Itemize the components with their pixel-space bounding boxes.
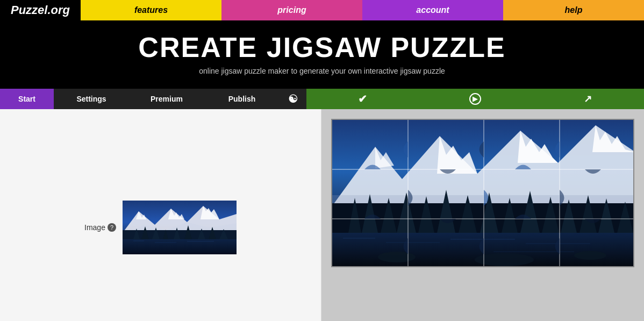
hero-title: CREATE JIGSAW PUZZLE <box>0 31 644 63</box>
tab-share[interactable]: ↗ <box>532 89 644 109</box>
hero-section: CREATE JIGSAW PUZZLE online jigsaw puzzl… <box>0 20 644 89</box>
tab-play-circle[interactable]: ▶ <box>419 89 531 109</box>
tab-start[interactable]: Start <box>0 89 54 109</box>
main-nav: features pricing account help <box>81 0 644 20</box>
image-thumbnail[interactable] <box>123 201 237 254</box>
puzzle-svg <box>332 120 634 267</box>
yin-yang-icon[interactable]: ☯ <box>280 89 306 109</box>
image-help-icon[interactable]: ? <box>108 223 116 232</box>
nav-features[interactable]: features <box>81 0 221 20</box>
right-panel <box>321 109 644 321</box>
svg-rect-13 <box>123 239 237 254</box>
tab-settings[interactable]: Settings <box>54 89 129 109</box>
puzzle-preview <box>331 119 634 267</box>
image-label-text: Image <box>84 223 105 232</box>
tab-check[interactable]: ✔ <box>306 89 419 109</box>
nav-help[interactable]: help <box>503 0 644 20</box>
header: Puzzel.org features pricing account help <box>0 0 644 20</box>
main-content: Image ? <box>0 109 644 321</box>
nav-pricing[interactable]: pricing <box>221 0 362 20</box>
nav-account[interactable]: account <box>362 0 503 20</box>
tab-bar: Start Settings Premium Publish ☯ ✔ ▶ ↗ <box>0 89 644 109</box>
hero-subtitle: online jigsaw puzzle maker to generate y… <box>0 67 644 75</box>
image-label: Image ? <box>84 223 116 232</box>
left-panel: Image ? <box>0 109 321 321</box>
tab-premium[interactable]: Premium <box>129 89 204 109</box>
logo[interactable]: Puzzel.org <box>0 3 81 17</box>
share-icon: ↗ <box>584 93 592 105</box>
svg-point-50 <box>378 252 416 262</box>
image-section: Image ? <box>84 201 237 254</box>
play-circle-icon: ▶ <box>469 93 481 105</box>
tab-publish[interactable]: Publish <box>204 89 280 109</box>
svg-point-52 <box>574 251 606 260</box>
